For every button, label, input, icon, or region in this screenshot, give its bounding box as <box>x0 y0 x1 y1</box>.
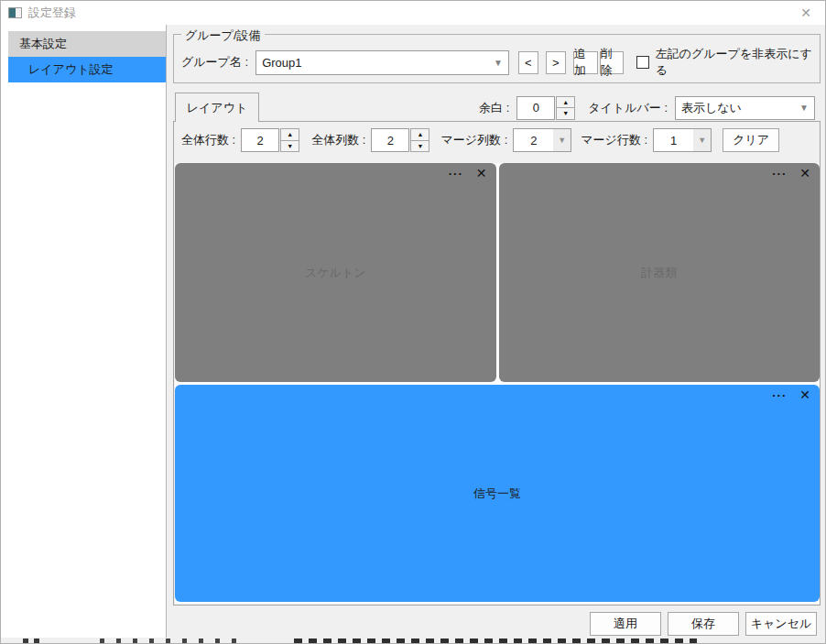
sidebar-item-label: レイアウト設定 <box>28 61 114 78</box>
sidebar-item-label: 基本設定 <box>19 36 67 52</box>
tab-layout-label: レイアウト <box>187 100 248 116</box>
merge-cols-combobox[interactable]: 2 ▼ <box>513 128 571 152</box>
spin-down-icon[interactable]: ▼ <box>556 107 575 120</box>
prev-group-button[interactable]: < <box>518 51 538 74</box>
panel-header: ··· ✕ <box>449 166 487 180</box>
layout-container: 全体行数 : 2 ▲ ▼ 全体列数 : 2 ▲ ▼ マージ列数 : <box>173 121 821 606</box>
cancel-button[interactable]: キャンセル <box>745 612 817 636</box>
titlebar-mode-value: 表示しない <box>676 97 794 119</box>
panel-header: ··· ✕ <box>772 387 810 402</box>
background-window-fragment <box>23 639 41 643</box>
sidebar-item-basic-settings[interactable]: 基本設定 <box>8 31 166 57</box>
settings-dialog: 設定登録 ✕ 基本設定 レイアウト設定 グループ/設備 グループ名 : Grou… <box>0 0 826 644</box>
chevron-down-icon[interactable]: ▼ <box>794 97 814 119</box>
delete-group-button[interactable]: 削除 <box>600 51 625 74</box>
total-rows-input[interactable]: 2 <box>241 128 279 152</box>
panel-header: ··· ✕ <box>772 166 810 180</box>
grid-controls-row: 全体行数 : 2 ▲ ▼ 全体列数 : 2 ▲ ▼ マージ列数 : <box>181 127 816 153</box>
total-rows-label: 全体行数 : <box>181 132 235 148</box>
spin-up-icon[interactable]: ▲ <box>280 128 299 141</box>
spin-down-icon[interactable]: ▼ <box>280 140 299 153</box>
total-cols-label: 全体列数 : <box>311 132 365 148</box>
panel-skeleton[interactable]: ··· ✕ スケルトン <box>175 163 496 382</box>
chevron-down-icon[interactable]: ▼ <box>553 129 571 151</box>
dialog-title: 設定登録 <box>28 5 76 21</box>
background-window-fragment <box>294 639 697 643</box>
app-window-icon <box>8 7 22 18</box>
header-controls: 余白 : 0 ▲ ▼ タイトルバー : 表示しない ▼ <box>479 95 815 120</box>
margin-spinner: 0 ▲ ▼ <box>516 96 575 120</box>
total-cols-spinner: 2 ▲ ▼ <box>371 128 429 152</box>
titlebar-mode-combobox[interactable]: 表示しない ▼ <box>675 96 815 120</box>
total-cols-spin-buttons: ▲ ▼ <box>410 128 429 152</box>
merge-rows-label: マージ行数 : <box>581 132 647 148</box>
panel-signal-list[interactable]: ··· ✕ 信号一覧 <box>175 385 820 602</box>
total-rows-spin-buttons: ▲ ▼ <box>280 128 299 152</box>
panel-instruments[interactable]: ··· ✕ 計器類 <box>499 163 821 382</box>
close-icon: ✕ <box>800 5 811 20</box>
group-name-value: Group1 <box>256 51 488 74</box>
save-button[interactable]: 保存 <box>668 612 739 636</box>
dialog-titlebar: 設定登録 ✕ <box>1 1 825 25</box>
background-window-edge <box>1 638 825 643</box>
merge-cols-value: 2 <box>514 129 553 151</box>
next-group-button[interactable]: > <box>546 51 566 74</box>
clear-button[interactable]: クリア <box>723 128 779 152</box>
merge-rows-value: 1 <box>654 129 693 151</box>
total-rows-spinner: 2 ▲ ▼ <box>241 128 299 152</box>
ellipsis-menu-icon[interactable]: ··· <box>772 388 787 402</box>
ellipsis-menu-icon[interactable]: ··· <box>449 167 463 180</box>
panel-label: 計器類 <box>499 265 821 281</box>
group-row: グループ名 : Group1 ▼ < > 追加 削除 左記のグループを非表示にす… <box>181 49 816 75</box>
merge-cols-label: マージ列数 : <box>440 132 507 148</box>
panel-close-icon[interactable]: ✕ <box>476 166 487 180</box>
apply-button[interactable]: 適用 <box>590 612 661 636</box>
hide-group-checkbox[interactable] <box>636 56 648 69</box>
chevron-down-icon[interactable]: ▼ <box>488 51 508 74</box>
chevron-down-icon[interactable]: ▼ <box>693 129 711 151</box>
background-window-fragment <box>100 639 237 643</box>
panel-close-icon[interactable]: ✕ <box>799 166 810 180</box>
panel-label: 信号一覧 <box>175 486 820 502</box>
hide-group-checkbox-label: 左記のグループを非表示にする <box>656 46 816 79</box>
tab-layout[interactable]: レイアウト <box>175 93 259 122</box>
add-group-button[interactable]: 追加 <box>573 51 598 74</box>
group-name-label: グループ名 : <box>181 54 248 71</box>
margin-label: 余白 : <box>479 100 509 116</box>
panel-label: スケルトン <box>175 265 496 281</box>
layout-preview-grid: ··· ✕ スケルトン ··· ✕ 計器類 ··· ✕ <box>175 163 820 604</box>
margin-spin-buttons: ▲ ▼ <box>556 96 575 120</box>
spin-up-icon[interactable]: ▲ <box>410 128 429 141</box>
groupbox-legend: グループ/設備 <box>181 27 265 44</box>
group-equipment-groupbox: グループ/設備 グループ名 : Group1 ▼ < > 追加 削除 左記のグル… <box>173 34 821 83</box>
settings-sidebar: 基本設定 レイアウト設定 <box>1 25 167 638</box>
margin-input[interactable]: 0 <box>516 96 555 120</box>
sidebar-item-layout-settings[interactable]: レイアウト設定 <box>8 57 166 82</box>
ellipsis-menu-icon[interactable]: ··· <box>772 167 787 180</box>
titlebar-mode-label: タイトルバー : <box>588 100 668 116</box>
group-name-combobox[interactable]: Group1 ▼ <box>255 50 509 75</box>
merge-rows-combobox[interactable]: 1 ▼ <box>653 128 712 152</box>
panel-close-icon[interactable]: ✕ <box>799 387 810 402</box>
main-area: グループ/設備 グループ名 : Group1 ▼ < > 追加 削除 左記のグル… <box>168 25 825 638</box>
spin-down-icon[interactable]: ▼ <box>410 140 429 153</box>
footer-buttons: 適用 保存 キャンセル <box>590 612 817 636</box>
spin-up-icon[interactable]: ▲ <box>556 96 575 109</box>
total-cols-input[interactable]: 2 <box>371 128 409 152</box>
window-close-button[interactable]: ✕ <box>792 1 820 25</box>
